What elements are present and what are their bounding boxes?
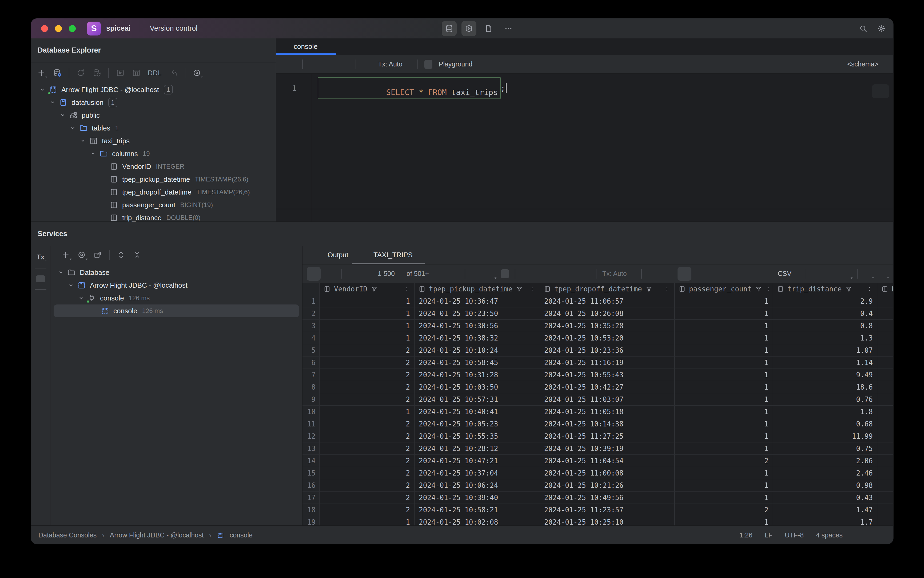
table-cell[interactable]: 2024-01-25 10:49:56 [540, 492, 674, 503]
tab-options-icon[interactable] [879, 42, 888, 51]
table-cell[interactable]: 2024-01-25 10:38:32 [415, 332, 540, 344]
table-cell[interactable]: 1 [674, 467, 773, 479]
table-cell[interactable]: 2024-01-25 11:03:07 [540, 393, 674, 405]
output-mode-icon[interactable] [363, 60, 371, 69]
table-cell[interactable]: 2024-01-25 10:21:26 [540, 479, 674, 491]
table-row[interactable]: 312024-01-25 10:30:562024-01-25 10:35:28… [303, 320, 893, 332]
table-cell[interactable]: 2024-01-25 10:10:24 [415, 344, 540, 356]
table-cell[interactable]: 0.68 [773, 418, 877, 430]
breadcrumb-item[interactable]: Arrow Flight JDBC - @localhost [110, 531, 204, 539]
table-cell[interactable] [877, 307, 893, 320]
table-cell[interactable]: 2 [319, 381, 415, 393]
refresh-icon[interactable] [76, 68, 85, 77]
tree-item-public[interactable]: public [31, 109, 276, 122]
table-cell[interactable]: 1 [674, 406, 773, 417]
table-cell[interactable]: 2.46 [773, 467, 877, 479]
table-cell[interactable] [877, 467, 893, 479]
column-header-tpep_pickup_datetime[interactable]: tpep_pickup_datetime [415, 283, 540, 295]
table-row[interactable]: 1422024-01-25 10:47:212024-01-25 11:04:5… [303, 455, 893, 467]
tree-item-columns[interactable]: columns19 [31, 147, 276, 160]
table-cell[interactable] [877, 344, 893, 356]
settings-icon[interactable] [877, 24, 886, 33]
table-cell[interactable]: 0.76 [773, 393, 877, 405]
sort-icon[interactable] [529, 286, 535, 292]
table-cell[interactable]: 1 [674, 492, 773, 503]
filter-funnel-icon[interactable] [755, 285, 762, 293]
page-size-select[interactable]: 1-500 of 501+ [378, 270, 429, 278]
filter-funnel-icon[interactable] [845, 285, 853, 293]
chevron-down-icon[interactable] [79, 137, 87, 145]
table-cell[interactable]: 2024-01-25 10:31:28 [415, 369, 540, 381]
close-icon[interactable] [417, 252, 423, 258]
table-cell[interactable]: 1 [674, 320, 773, 332]
table-cell[interactable]: 2024-01-25 10:02:08 [415, 516, 540, 525]
table-row[interactable]: 1322024-01-25 10:28:122024-01-25 10:39:1… [303, 442, 893, 455]
run-query-icon[interactable] [287, 60, 296, 69]
tree-item-tables[interactable]: tables1 [31, 122, 276, 135]
table-cell[interactable]: 2.9 [773, 295, 877, 307]
table-cell[interactable]: 2 [319, 467, 415, 479]
tree-item-taxi-trips[interactable]: taxi_trips [31, 135, 276, 147]
layout-icon[interactable] [36, 297, 45, 306]
table-cell[interactable]: 2024-01-25 10:55:35 [415, 430, 540, 442]
chevron-down-icon[interactable] [57, 268, 65, 276]
tree-item-passenger-count[interactable]: passenger_countBIGINT(19) [31, 198, 276, 211]
table-cell[interactable]: 1.14 [773, 357, 877, 369]
table-cell[interactable]: 2 [319, 442, 415, 455]
tree-item-vendorid[interactable]: VendorIDINTEGER [31, 160, 276, 173]
table-cell[interactable]: 1 [674, 430, 773, 442]
table-cell[interactable]: 2 [319, 504, 415, 516]
datasource-properties-icon[interactable] [53, 68, 62, 77]
view-options-icon[interactable] [864, 269, 872, 278]
grid-view-toggle[interactable] [307, 267, 321, 281]
tree-item-arrow-flight-jdbc-localhost[interactable]: Arrow Flight JDBC - @localhost [50, 279, 302, 292]
table-cell[interactable]: 1 [674, 344, 773, 356]
inspection-widget[interactable] [872, 84, 889, 98]
collapse-all-icon[interactable] [133, 250, 142, 260]
column-header-trip_distance[interactable]: trip_distance [773, 283, 877, 295]
expand-all-icon[interactable] [117, 250, 126, 260]
chevron-down-icon[interactable] [69, 124, 77, 132]
table-cell[interactable] [877, 320, 893, 332]
database-tool-button[interactable] [442, 21, 457, 36]
project-files-button[interactable] [481, 21, 496, 36]
table-cell[interactable]: 2024-01-25 10:23:36 [540, 344, 674, 356]
breadcrumb-item[interactable]: Database Consoles [39, 531, 97, 539]
table-cell[interactable]: 2024-01-25 10:05:23 [415, 418, 540, 430]
sync-datasource-icon[interactable] [92, 68, 101, 77]
close-button[interactable] [41, 25, 48, 32]
pin-tab-icon[interactable] [648, 269, 657, 278]
table-cell[interactable] [877, 455, 893, 467]
table-cell[interactable] [877, 504, 893, 516]
table-cell[interactable]: 1 [319, 516, 415, 525]
table-cell[interactable]: 1 [674, 393, 773, 405]
table-cell[interactable] [877, 430, 893, 442]
table-cell[interactable]: 0.8 [773, 320, 877, 332]
view-options-icon[interactable] [77, 250, 86, 260]
indent-setting[interactable]: 4 spaces [816, 531, 843, 539]
parameters-icon[interactable] [325, 60, 334, 69]
sort-icon[interactable] [866, 286, 873, 292]
table-row[interactable]: 112024-01-25 10:36:472024-01-25 11:06:57… [303, 295, 893, 307]
table-cell[interactable]: 2024-01-25 10:03:50 [415, 381, 540, 393]
app-logo[interactable]: S [87, 22, 101, 36]
table-cell[interactable]: 9.49 [773, 369, 877, 381]
table-cell[interactable]: 2 [319, 455, 415, 467]
chevron-down-icon[interactable] [89, 150, 97, 158]
table-cell[interactable]: 1 [674, 357, 773, 369]
tx-mode-select[interactable]: Tx: Auto [602, 270, 635, 278]
auto-refresh-icon[interactable] [486, 269, 495, 278]
table-cell[interactable]: 2024-01-25 10:06:24 [415, 479, 540, 491]
table-cell[interactable]: 2024-01-25 11:06:57 [540, 295, 674, 307]
table-cell[interactable]: 2024-01-25 10:53:20 [540, 332, 674, 344]
tree-item-console[interactable]: console126 ms [50, 292, 302, 304]
table-cell[interactable]: 1 [674, 307, 773, 320]
table-cell[interactable]: 0.43 [773, 492, 877, 503]
minimize-button[interactable] [55, 25, 62, 32]
table-cell[interactable]: 2024-01-25 11:04:54 [540, 455, 674, 467]
tab-console[interactable]: console [276, 39, 335, 55]
table-cell[interactable]: 2024-01-25 10:28:12 [415, 442, 540, 455]
view-options-icon[interactable] [192, 68, 201, 77]
version-control-menu[interactable]: Version control [150, 24, 206, 32]
table-cell[interactable]: 2024-01-25 11:23:57 [540, 504, 674, 516]
